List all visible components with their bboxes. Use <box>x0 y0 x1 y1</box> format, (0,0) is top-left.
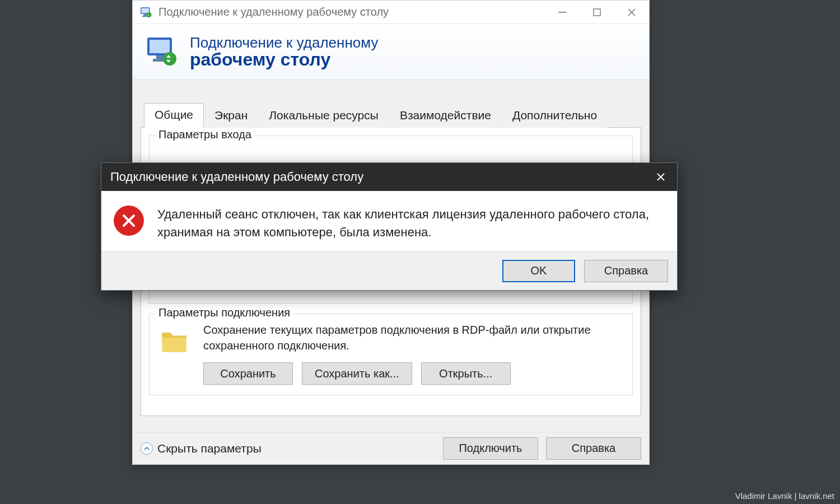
tab-strip: Общие Экран Локальные ресурсы Взаимодейс… <box>144 102 641 127</box>
dialog-help-button[interactable]: Справка <box>584 260 668 282</box>
connection-desc: Сохранение текущих параметров подключени… <box>203 322 624 353</box>
dialog-titlebar: Подключение к удаленному рабочему столу <box>101 163 677 191</box>
dialog-close-button[interactable] <box>645 163 677 191</box>
maximize-button[interactable] <box>580 1 614 24</box>
banner: Подключение к удаленному рабочему столу <box>133 24 649 80</box>
dialog-footer: OK Справка <box>101 251 677 290</box>
svg-rect-1 <box>142 8 150 13</box>
svg-rect-2 <box>143 14 147 16</box>
save-button[interactable]: Сохранить <box>203 362 293 385</box>
svg-rect-9 <box>156 55 164 59</box>
svg-rect-6 <box>594 9 600 16</box>
svg-point-11 <box>163 52 176 66</box>
connection-group-title: Параметры подключения <box>155 306 293 319</box>
login-group-title: Параметры входа <box>155 128 255 141</box>
dialog-ok-button[interactable]: OK <box>502 260 575 282</box>
banner-line2: рабочему столу <box>190 49 378 70</box>
hide-params-label: Скрыть параметры <box>157 442 262 455</box>
tab-display[interactable]: Экран <box>204 104 258 128</box>
tab-local-res[interactable]: Локальные ресурсы <box>258 104 389 128</box>
chevron-up-icon <box>141 442 153 455</box>
dialog-title: Подключение к удаленному рабочему столу <box>110 170 363 184</box>
banner-line1: Подключение к удаленному <box>190 34 378 52</box>
watermark: Vladimir Lavnik | lavnik.net <box>735 491 834 501</box>
tab-advanced[interactable]: Дополнительно <box>502 104 608 128</box>
bottom-bar: Скрыть параметры Подключить Справка <box>133 432 649 464</box>
error-icon <box>114 206 144 236</box>
window-title: Подключение к удаленному рабочему столу <box>158 6 389 18</box>
tab-experience[interactable]: Взаимодействие <box>389 104 502 128</box>
help-button-main[interactable]: Справка <box>546 437 641 460</box>
open-button[interactable]: Открыть... <box>421 362 511 385</box>
dialog-message: Удаленный сеанс отключен, так как клиент… <box>157 206 661 241</box>
rdp-banner-icon <box>144 34 180 70</box>
rdp-app-icon <box>138 5 153 20</box>
svg-rect-5 <box>558 12 566 13</box>
connect-button[interactable]: Подключить <box>443 437 538 460</box>
folder-icon <box>157 322 191 354</box>
hide-params-toggle[interactable]: Скрыть параметры <box>141 442 262 455</box>
svg-rect-8 <box>150 40 170 53</box>
banner-text: Подключение к удаленному рабочему столу <box>190 34 378 70</box>
tab-general[interactable]: Общие <box>144 103 204 128</box>
close-button[interactable] <box>614 1 649 24</box>
save-as-button[interactable]: Сохранить как... <box>302 362 412 385</box>
minimize-button[interactable] <box>545 1 580 24</box>
titlebar: Подключение к удаленному рабочему столу <box>133 1 649 24</box>
connection-group: Параметры подключения Сохранение текущих… <box>149 314 633 395</box>
error-dialog: Подключение к удаленному рабочему столу … <box>101 162 678 291</box>
